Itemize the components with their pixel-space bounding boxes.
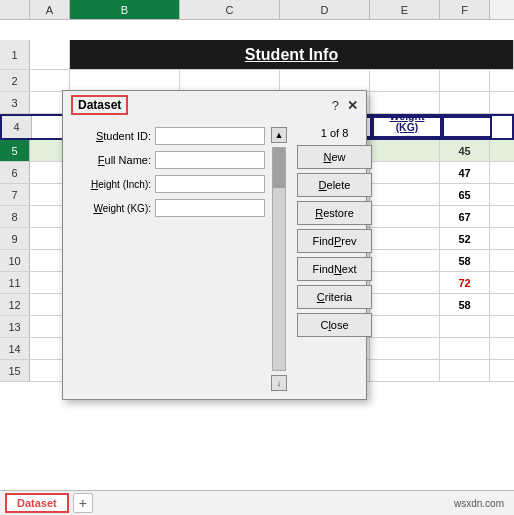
field-row-student-id: Student ID: [71,127,265,145]
row-num-11: 11 [0,272,30,293]
close-button[interactable]: Close [297,313,372,337]
col-header-c: C [180,0,280,19]
criteria-button[interactable]: Criteria [297,285,372,309]
dialog-record-info: 1 of 8 [297,127,372,139]
field-label-height: Height (Inch): [71,179,151,190]
field-label-weight: Weight (KG): [71,203,151,214]
row-num-2: 2 [0,70,30,91]
row-2: 2 [0,70,514,92]
row-num-6: 6 [0,162,30,183]
dialog-help-button[interactable]: ? [332,98,339,113]
cell-f7[interactable]: 65 [440,184,490,205]
col-header-d: D [280,0,370,19]
dialog-fields: Student ID: Full Name: Height (Inch): We… [71,127,265,391]
cell-a2[interactable] [30,70,70,91]
cell-e2[interactable] [370,70,440,91]
dialog-scrollbar: ▲ ↓ [269,127,289,391]
row-num-15: 15 [0,360,30,381]
row-1: 1 Student Info [0,40,514,70]
cell-d2[interactable] [280,70,370,91]
scroll-thumb [273,148,285,188]
scroll-down-button[interactable]: ↓ [271,375,287,391]
field-row-height: Height (Inch): [71,175,265,193]
cell-f12[interactable]: 58 [440,294,490,315]
tab-bar: Dataset + wsxdn.com [0,490,514,515]
row-num-4: 4 [2,116,32,138]
row-num-3: 3 [0,92,30,113]
delete-button[interactable]: Delete [297,173,372,197]
column-headers: A B C D E F [0,0,514,20]
cell-f2[interactable] [440,70,490,91]
cell-e5-weight[interactable] [370,140,440,161]
col-header-f: F [440,0,490,19]
corner-cell [0,0,30,19]
cell-f11[interactable]: 72 [440,272,490,293]
row-num-7: 7 [0,184,30,205]
cell-f6[interactable]: 47 [440,162,490,183]
col-header-b[interactable]: B [70,0,180,19]
row-num-9: 9 [0,228,30,249]
row-num-12: 12 [0,294,30,315]
dropdown-arrow-weight[interactable]: ▼ [404,134,413,138]
field-label-student-id: Student ID: [71,130,151,142]
field-row-weight: Weight (KG): [71,199,265,217]
find-prev-button[interactable]: Find Prev [297,229,372,253]
cell-f9[interactable]: 52 [440,228,490,249]
dialog-close-button[interactable]: ✕ [347,98,358,113]
cell-b2[interactable] [70,70,180,91]
col-header-a: A [30,0,70,19]
field-input-weight[interactable] [155,199,265,217]
dataset-dialog: Dataset ? ✕ Student ID: Full Name: [62,90,367,400]
cell-f8[interactable]: 67 [440,206,490,227]
add-sheet-button[interactable]: + [73,493,93,513]
field-label-full-name: Full Name: [71,154,151,166]
scroll-up-button[interactable]: ▲ [271,127,287,143]
new-button[interactable]: New [297,145,372,169]
dialog-title-controls: ? ✕ [332,98,358,113]
dialog-buttons: 1 of 8 New Delete Restore Find Prev Find… [297,127,372,391]
row-num-14: 14 [0,338,30,359]
cell-f10[interactable]: 58 [440,250,490,271]
cell-f5[interactable]: 45 [440,140,490,161]
dataset-sheet-tab[interactable]: Dataset [5,493,69,513]
dialog-body: Student ID: Full Name: Height (Inch): We… [63,119,366,399]
col-header-e: E [370,0,440,19]
restore-button[interactable]: Restore [297,201,372,225]
cell-f4[interactable] [442,116,492,138]
row-num-8: 8 [0,206,30,227]
row-num-1: 1 [0,40,30,69]
cell-f3[interactable] [440,92,490,113]
cell-title: Student Info [70,40,514,69]
dialog-title-bar: Dataset ? ✕ [63,91,366,119]
cell-a1[interactable] [30,40,70,69]
field-input-full-name[interactable] [155,151,265,169]
dialog-left-section: Student ID: Full Name: Height (Inch): We… [71,127,289,391]
spreadsheet: A B C D E F 1 Student Info 2 3 [0,0,514,515]
field-row-full-name: Full Name: [71,151,265,169]
cell-e4-weight[interactable]: Weight (KG) ▼ [372,116,442,138]
watermark: wsxdn.com [454,498,514,509]
cell-c2[interactable] [180,70,280,91]
scroll-track[interactable] [272,147,286,371]
field-input-height[interactable] [155,175,265,193]
header-weight-unit: (KG) [396,122,419,134]
dialog-title-label: Dataset [71,95,128,115]
row-num-13: 13 [0,316,30,337]
field-input-student-id[interactable] [155,127,265,145]
find-next-button[interactable]: Find Next [297,257,372,281]
row-num-5: 5 [0,140,30,161]
row-num-10: 10 [0,250,30,271]
cell-e3[interactable] [370,92,440,113]
